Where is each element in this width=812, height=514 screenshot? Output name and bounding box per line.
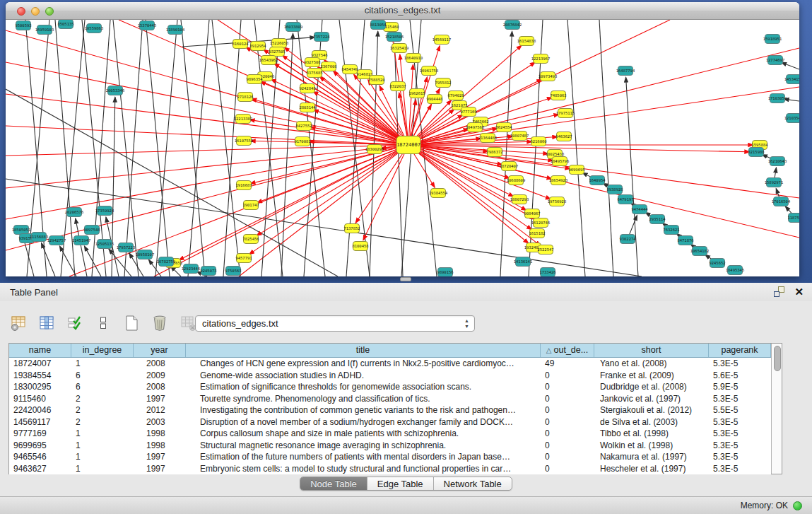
table-cell[interactable]: 2008	[134, 381, 186, 393]
table-selector-dropdown[interactable]: citations_edges.txt ▲▼	[195, 315, 475, 332]
table-row[interactable]: 946362711997Embryonic stem cells: a mode…	[9, 463, 771, 475]
select-columns-icon[interactable]	[37, 313, 57, 333]
table-cell[interactable]: 9699695	[9, 440, 71, 452]
table-cell[interactable]: 9465546	[9, 451, 71, 463]
table-cell[interactable]: 0	[541, 440, 594, 452]
table-cell[interactable]: 5.9E-5	[709, 381, 771, 393]
network-canvas[interactable]: 1872400781601248912954152260589327505165…	[6, 20, 799, 276]
panel-splitter-handle[interactable]	[400, 277, 411, 281]
table-cell[interactable]: 1	[71, 463, 134, 475]
table-cell[interactable]: Stergiakouli et al. (2012)	[594, 404, 709, 416]
table-cell[interactable]: 0	[541, 370, 594, 382]
table-row[interactable]: 946554611997Estimation of the future num…	[9, 451, 771, 463]
table-cell[interactable]: 0	[541, 463, 594, 475]
table-cell[interactable]: 5.3E-5	[709, 358, 771, 370]
table-row[interactable]: 1938455462009Genome-wide association stu…	[9, 370, 771, 382]
table-cell[interactable]: 14569117	[9, 416, 71, 428]
select-rows-icon[interactable]	[65, 313, 85, 333]
table-cell[interactable]: 9463627	[9, 463, 71, 475]
table-cell[interactable]: Embryonic stem cells: a model to study s…	[186, 463, 541, 475]
table-cell[interactable]: 0	[541, 451, 594, 463]
table-cell[interactable]: 6	[71, 370, 134, 382]
table-cell[interactable]: 1997	[134, 393, 186, 405]
table-cell[interactable]: 0	[541, 381, 594, 393]
column-header-pagerank[interactable]: pagerank	[709, 344, 771, 357]
table-cell[interactable]: 1	[71, 428, 134, 440]
column-header-name[interactable]: name	[9, 344, 71, 357]
network-window-titlebar[interactable]: citations_edges.txt	[6, 2, 799, 20]
table-cell[interactable]: Genome-wide association studies in ADHD.	[186, 370, 541, 382]
column-header-year[interactable]: year	[134, 344, 186, 357]
table-row[interactable]: 977716911998Corpus callosum shape and si…	[9, 428, 771, 440]
table-cell[interactable]: Disruption of a novel member of a sodium…	[186, 416, 541, 428]
table-cell[interactable]: Estimation of significance thresholds fo…	[186, 381, 541, 393]
table-cell[interactable]: 2	[71, 416, 134, 428]
column-header-short[interactable]: short	[594, 344, 709, 357]
table-cell[interactable]: 6	[71, 381, 134, 393]
table-cell[interactable]: 1	[71, 451, 134, 463]
table-cell[interactable]: 1	[71, 440, 134, 452]
tab-edge-table[interactable]: Edge Table	[367, 477, 434, 490]
table-cell[interactable]: Tourette syndrome. Phenomenology and cla…	[186, 393, 541, 405]
table-cell[interactable]: 5.3E-5	[709, 393, 771, 405]
table-cell[interactable]: Corpus callosum shape and size in male p…	[186, 428, 541, 440]
table-cell[interactable]: 0	[541, 404, 594, 416]
table-cell[interactable]: 0	[541, 428, 594, 440]
table-scrollbar[interactable]	[771, 344, 782, 474]
table-scrollbar-thumb[interactable]	[774, 346, 781, 371]
table-cell[interactable]: 0	[541, 416, 594, 428]
table-cell[interactable]: Yano et al. (2008)	[594, 358, 709, 370]
table-cell[interactable]: Dudbridge et al. (2008)	[594, 381, 709, 393]
table-cell[interactable]: 2	[71, 393, 134, 405]
table-cell[interactable]: Hescheler et al. (1997)	[594, 463, 709, 475]
table-cell[interactable]: Wolkin et al. (1998)	[594, 440, 709, 452]
table-cell[interactable]: Jankovic et al. (1997)	[594, 393, 709, 405]
citation-network-graph[interactable]: 1872400781601248912954152260589327505165…	[6, 20, 799, 276]
table-cell[interactable]: Changes of HCN gene expression and I(f) …	[186, 358, 541, 370]
table-cell[interactable]: 1997	[134, 463, 186, 475]
table-cell[interactable]: 5.3E-5	[709, 416, 771, 428]
tab-node-table[interactable]: Node Table	[300, 477, 367, 490]
table-cell[interactable]: 5.3E-5	[709, 463, 771, 475]
table-cell[interactable]: Estimation of the future numbers of pati…	[186, 451, 541, 463]
table-cell[interactable]: 18724007	[9, 358, 71, 370]
table-cell[interactable]: 1998	[134, 440, 186, 452]
table-settings-icon[interactable]	[8, 313, 28, 333]
float-panel-icon[interactable]	[774, 286, 784, 297]
table-cell[interactable]: 1	[71, 358, 134, 370]
table-cell[interactable]: 2009	[134, 370, 186, 382]
table-cell[interactable]: 22420046	[9, 404, 71, 416]
table-cell[interactable]: 0	[541, 393, 594, 405]
table-row[interactable]: 2242004622012Investigating the contribut…	[9, 404, 771, 416]
table-cell[interactable]: 9777169	[9, 428, 71, 440]
delete-table-icon[interactable]	[150, 313, 170, 333]
table-row[interactable]: 969969511998Structural magnetic resonanc…	[9, 440, 771, 452]
table-row[interactable]: 1456911722003Disruption of a novel membe…	[9, 416, 771, 428]
table-cell[interactable]: 5.3E-5	[709, 440, 771, 452]
table-row[interactable]: 911546021997Tourette syndrome. Phenomeno…	[9, 393, 771, 405]
table-cell[interactable]: 1998	[134, 428, 186, 440]
table-cell[interactable]: 49	[541, 358, 594, 370]
table-cell[interactable]: Nakamura et al. (1997)	[594, 451, 709, 463]
table-row[interactable]: 1872400712008Changes of HCN gene express…	[9, 358, 771, 370]
table-cell[interactable]: 2012	[134, 404, 186, 416]
tab-network-table[interactable]: Network Table	[434, 477, 512, 490]
column-header-in_degree[interactable]: in_degree	[71, 344, 134, 357]
table-cell[interactable]: Investigating the contribution of common…	[186, 404, 541, 416]
close-panel-icon[interactable]: ✕	[794, 286, 804, 297]
table-cell[interactable]: 18300295	[9, 381, 71, 393]
table-cell[interactable]: Franke et al. (2009)	[594, 370, 709, 382]
table-cell[interactable]: 1997	[134, 451, 186, 463]
new-table-icon[interactable]	[122, 313, 141, 333]
table-cell[interactable]: 5.3E-5	[709, 428, 771, 440]
table-cell[interactable]: 2003	[134, 416, 186, 428]
row-height-icon[interactable]	[93, 313, 113, 333]
column-header-title[interactable]: title	[186, 344, 541, 357]
table-cell[interactable]: 9115460	[9, 393, 71, 405]
table-cell[interactable]: Tibbo et al. (1998)	[594, 428, 709, 440]
table-cell[interactable]: 5.5E-5	[709, 404, 771, 416]
table-cell[interactable]: de Silva et al. (2003)	[594, 416, 709, 428]
table-cell[interactable]: 19384554	[9, 370, 71, 382]
table-cell[interactable]: Structural magnetic resonance image aver…	[186, 440, 541, 452]
column-header-out_de[interactable]: △out_de...	[541, 344, 594, 357]
